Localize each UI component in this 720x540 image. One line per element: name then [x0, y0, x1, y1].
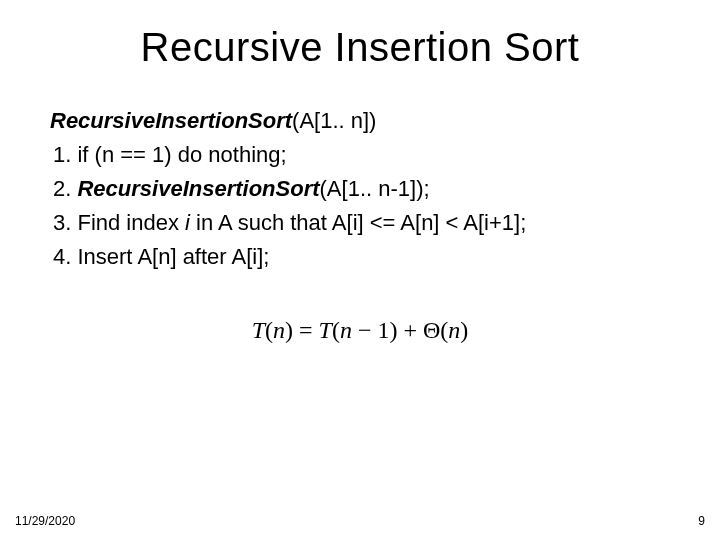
footer-date: 11/29/2020 [15, 514, 75, 528]
eq-T1: T [252, 317, 265, 343]
step2-prefix: 2. [53, 176, 77, 201]
eq-lp2: ( [332, 317, 340, 343]
eq-theta: Θ [423, 317, 440, 343]
eq-n1: n [273, 317, 285, 343]
slide-content: RecursiveInsertionSort(A[1.. n]) 1. if (… [50, 105, 670, 272]
eq-n3: n [448, 317, 460, 343]
eq-minus: − 1 [352, 317, 390, 343]
eq-T2: T [319, 317, 332, 343]
step2-fn: RecursiveInsertionSort [77, 176, 319, 201]
step2-args: (A[1.. n-1]); [320, 176, 430, 201]
algo-step-3: 3. Find index i in A such that A[i] <= A… [50, 207, 670, 239]
eq-plus: + [397, 317, 423, 343]
eq-n2: n [340, 317, 352, 343]
eq-eq: = [293, 317, 319, 343]
recurrence-equation: T(n) = T(n − 1) + Θ(n) [50, 317, 670, 344]
algo-step-1: 1. if (n == 1) do nothing; [50, 139, 670, 171]
algo-step-2: 2. RecursiveInsertionSort(A[1.. n-1]); [50, 173, 670, 205]
slide-title: Recursive Insertion Sort [50, 25, 670, 70]
fn-name: RecursiveInsertionSort [50, 108, 292, 133]
eq-rp1: ) [285, 317, 293, 343]
algo-step-4: 4. Insert A[n] after A[i]; [50, 241, 670, 273]
eq-rp3: ) [460, 317, 468, 343]
slide: Recursive Insertion Sort RecursiveInsert… [0, 0, 720, 540]
footer-page-number: 9 [698, 514, 705, 528]
eq-lp1: ( [265, 317, 273, 343]
step3-b: in A such that A[i] <= A[n] < A[i+1]; [190, 210, 526, 235]
fn-args: (A[1.. n]) [292, 108, 376, 133]
algo-signature: RecursiveInsertionSort(A[1.. n]) [50, 105, 670, 137]
step3-a: 3. Find index [53, 210, 185, 235]
